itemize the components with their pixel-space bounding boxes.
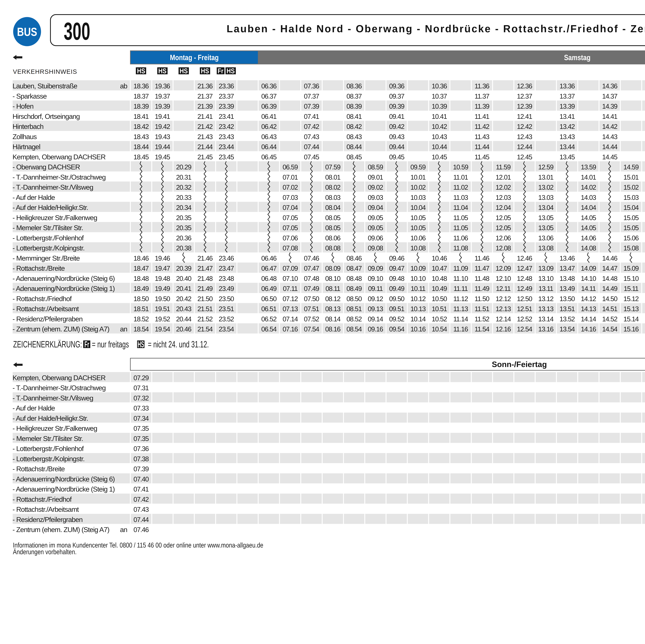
svg-text:BUS: BUS — [17, 25, 37, 38]
